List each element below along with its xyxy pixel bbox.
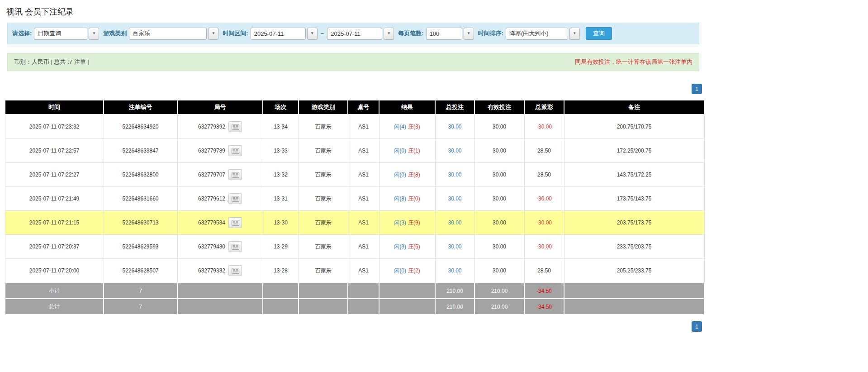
cell-payout: -30.00: [524, 187, 564, 211]
result-banker: 庄(8): [408, 172, 420, 178]
total-bet-link[interactable]: 30.00: [448, 267, 461, 274]
column-header: 有效投注: [474, 100, 524, 114]
cell-round: 632779892: [177, 114, 263, 139]
filter-group-game-type: 游戏类别 ▼: [103, 28, 218, 40]
view-round-replay-button[interactable]: [228, 145, 242, 156]
cell-bet-id: 522648632800: [104, 163, 177, 187]
query-type-dropdown-button[interactable]: ▼: [89, 28, 99, 40]
cell-table-no: AS1: [348, 187, 379, 211]
summary-cell: 210.00: [474, 299, 524, 315]
summary-cell: [177, 283, 263, 299]
summary-cell: [564, 299, 704, 315]
cell-note: 143.75/172.25: [564, 163, 704, 187]
date-from-dropdown-button[interactable]: ▼: [307, 28, 318, 40]
cell-payout: 28.50: [524, 163, 564, 187]
view-round-replay-button[interactable]: [228, 217, 242, 228]
chevron-down-icon: ▼: [92, 32, 96, 35]
result-banker: 庄(9): [408, 219, 420, 226]
total-bet-link[interactable]: 30.00: [448, 148, 461, 154]
column-header: 注单编号: [104, 100, 177, 114]
cell-table-no: AS1: [348, 114, 379, 139]
currency-summary-text: 币别：人民币 | 总共 :7 注单 |: [14, 58, 89, 66]
page-size-input[interactable]: [426, 28, 462, 40]
table-row: 2025-07-11 07:20:37 522648629593 6327794…: [5, 235, 704, 259]
date-to-dropdown-button[interactable]: ▼: [384, 28, 394, 40]
video-replay-icon: [232, 124, 239, 130]
page-number-button[interactable]: 1: [692, 84, 702, 94]
query-type-input[interactable]: [34, 28, 87, 40]
cell-time: 2025-07-11 07:22:27: [5, 163, 104, 187]
summary-cell: [263, 283, 299, 299]
cell-time: 2025-07-11 07:21:49: [5, 187, 104, 211]
cell-time: 2025-07-11 07:21:15: [5, 211, 104, 235]
result-player: 闲(0): [394, 267, 406, 274]
cell-bet-id: 522648633847: [104, 139, 177, 163]
result-player: 闲(0): [394, 148, 406, 154]
time-range-label: 时间区间:: [223, 29, 248, 38]
page-size-label: 每页笔数:: [398, 29, 423, 38]
page-size-combo: ▼: [426, 28, 474, 40]
date-to-input[interactable]: [327, 28, 382, 40]
view-round-replay-button[interactable]: [228, 193, 242, 204]
table-header-row: 时间注单编号局号场次游戏类别桌号结果总投注有效投注总派彩备注: [5, 100, 704, 114]
cell-time: 2025-07-11 07:20:37: [5, 235, 104, 259]
sort-order-dropdown-button[interactable]: ▼: [569, 28, 580, 40]
cell-note: 200.75/170.75: [564, 114, 704, 139]
cell-round: 632779789: [177, 139, 263, 163]
cell-valid-bet: 30.00: [474, 114, 524, 139]
result-banker: 庄(1): [408, 148, 420, 154]
cell-result: 闲(0)庄(8): [379, 163, 435, 187]
page-number-button[interactable]: 1: [692, 321, 702, 332]
result-banker: 庄(2): [408, 267, 420, 274]
result-player: 闲(9): [394, 243, 406, 250]
chevron-down-icon: ▼: [212, 32, 215, 35]
summary-cell: [299, 283, 348, 299]
summary-cell: -34.50: [524, 299, 564, 315]
video-replay-icon: [232, 220, 239, 226]
total-bet-link[interactable]: 30.00: [448, 219, 461, 226]
game-type-dropdown-button[interactable]: ▼: [208, 28, 218, 40]
subtotal-row: 小计7210.00210.00-34.50: [5, 283, 704, 299]
round-number: 632779789: [198, 148, 225, 154]
page-title: 视讯 会员下注纪录: [6, 6, 704, 17]
page-size-dropdown-button[interactable]: ▼: [464, 28, 474, 40]
round-number: 632779892: [198, 124, 225, 130]
search-button[interactable]: 查询: [586, 27, 612, 40]
total-bet-link[interactable]: 30.00: [448, 243, 461, 250]
view-round-replay-button[interactable]: [228, 265, 242, 276]
round-number: 632779332: [198, 267, 225, 274]
sort-order-input[interactable]: [506, 28, 568, 40]
table-body: 2025-07-11 07:23:32 522648634920 6327798…: [5, 114, 704, 315]
cell-total-bet: 30.00: [435, 259, 474, 283]
view-round-replay-button[interactable]: [228, 169, 242, 180]
view-round-replay-button[interactable]: [228, 241, 242, 252]
summary-cell: 210.00: [435, 283, 474, 299]
cell-session: 13-33: [263, 139, 299, 163]
game-type-input[interactable]: [129, 28, 207, 40]
summary-cell: [564, 283, 704, 299]
total-bet-link[interactable]: 30.00: [448, 172, 461, 178]
cell-note: 205.25/233.75: [564, 259, 704, 283]
cell-result: 闲(9)庄(5): [379, 235, 435, 259]
game-type-combo: ▼: [129, 28, 218, 40]
cell-valid-bet: 30.00: [474, 187, 524, 211]
filter-bar: 请选择: ▼ 游戏类别 ▼ 时间区间: ▼ ~ ▼: [7, 23, 699, 44]
summary-label: 小计: [5, 283, 104, 299]
total-bet-link[interactable]: 30.00: [448, 124, 461, 130]
summary-cell: -34.50: [524, 283, 564, 299]
table-row: 2025-07-11 07:21:15 522648630713 6327795…: [5, 211, 704, 235]
summary-cell: 210.00: [435, 299, 474, 315]
sort-order-combo: ▼: [506, 28, 580, 40]
cell-round: 632779534: [177, 211, 263, 235]
cell-session: 13-30: [263, 211, 299, 235]
cell-session: 13-31: [263, 187, 299, 211]
view-round-replay-button[interactable]: [228, 121, 242, 132]
date-from-input[interactable]: [251, 28, 306, 40]
summary-cell: 7: [104, 299, 177, 315]
pagination-bottom: 1: [5, 321, 702, 332]
cell-game-type: 百家乐: [299, 187, 348, 211]
total-bet-link[interactable]: 30.00: [448, 196, 461, 202]
cell-session: 13-34: [263, 114, 299, 139]
cell-payout: -30.00: [524, 211, 564, 235]
video-replay-icon: [232, 244, 239, 250]
